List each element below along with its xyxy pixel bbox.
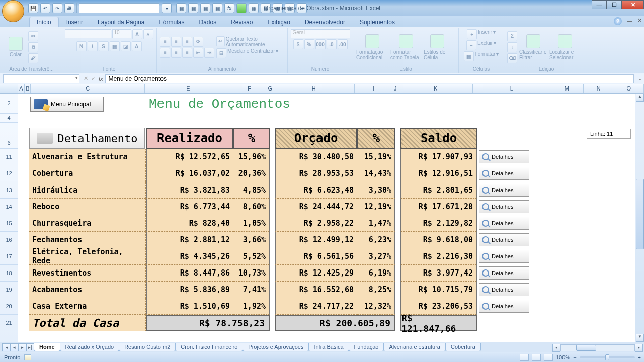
col-header[interactable]: C	[31, 84, 145, 93]
number-format-combo[interactable]: Geral	[291, 29, 350, 38]
close-button[interactable]: ✕	[622, 0, 644, 9]
inc-dec-icon[interactable]: .0	[327, 39, 337, 49]
underline-button[interactable]: S	[99, 41, 109, 51]
row-header[interactable]: 14	[0, 199, 18, 215]
tab-desenvolvedor[interactable]: Desenvolvedor	[298, 17, 352, 27]
tab-layout[interactable]: Layout da Página	[91, 17, 151, 27]
zoom-out-icon[interactable]: −	[573, 354, 576, 360]
align-right-icon[interactable]: ≡	[182, 48, 192, 58]
minimize-window-icon[interactable]: —	[627, 18, 632, 24]
sort-filter-button[interactable]: Classificar e Filtrar	[519, 34, 547, 60]
row-header[interactable]: 16	[0, 232, 18, 248]
col-header[interactable]: G	[267, 84, 273, 93]
comma-icon[interactable]: 000	[315, 39, 326, 49]
merge-center-button[interactable]: ⊟Mesclar e Centralizar ▾	[216, 48, 284, 58]
qat-dropdown-icon[interactable]: ▾	[162, 3, 172, 13]
orientation-icon[interactable]: ⟳	[193, 37, 203, 47]
menu-principal-button[interactable]: Menu Principal	[30, 97, 104, 112]
scroll-down-icon[interactable]: ▼	[636, 334, 644, 342]
qat-print-icon[interactable]: 🖶	[64, 3, 74, 13]
scroll-thumb[interactable]	[636, 179, 644, 249]
col-header[interactable]: K	[398, 84, 473, 93]
scroll-right-icon[interactable]: ▸	[635, 344, 643, 352]
format-cells-button[interactable]: ▦Formatar ▾	[464, 51, 499, 61]
row-header[interactable]: 18	[0, 265, 18, 282]
qat-icon[interactable]: ▦	[176, 3, 186, 13]
vertical-scrollbar[interactable]: ▲ ▼	[635, 94, 644, 342]
col-header[interactable]: I	[355, 84, 392, 93]
row-header[interactable]: 15	[0, 215, 18, 232]
normal-view-icon[interactable]	[520, 354, 529, 361]
indent-inc-icon[interactable]: ⇥	[204, 48, 214, 58]
tab-suplementos[interactable]: Suplementos	[353, 17, 402, 27]
align-bottom-icon[interactable]: ≡	[182, 37, 192, 47]
tab-exibicao[interactable]: Exibição	[261, 17, 297, 27]
row-header[interactable]: 6	[0, 123, 18, 149]
sheet-tab[interactable]: Home	[34, 343, 60, 351]
cut-icon[interactable]: ✂	[28, 31, 38, 41]
tab-first-icon[interactable]: |◂	[2, 343, 10, 351]
align-top-icon[interactable]: ≡	[160, 37, 170, 47]
qat-icon[interactable]: ▦	[200, 3, 210, 13]
paste-button[interactable]: Colar	[5, 37, 26, 57]
macro-record-icon[interactable]	[24, 354, 31, 360]
worksheet-grid[interactable]: 2 4 6 11 12 13 14 15 16 17 18 19 20 21 M…	[0, 94, 635, 342]
detalhes-button[interactable]: Detalhes	[479, 300, 529, 313]
tab-prev-icon[interactable]: ◂	[10, 343, 18, 351]
detalhes-button[interactable]: Detalhes	[479, 167, 529, 180]
italic-button[interactable]: I	[88, 41, 98, 51]
dec-dec-icon[interactable]: .00	[338, 39, 348, 49]
sheet-tab[interactable]: Cobertura	[445, 343, 481, 351]
qat-fx-icon[interactable]: fx	[224, 3, 234, 13]
qat-icon[interactable]: ▦	[188, 3, 198, 13]
row-header[interactable]: 17	[0, 248, 18, 265]
sheet-tab[interactable]: Fundação	[349, 343, 384, 351]
scroll-left-icon[interactable]: ◂	[552, 344, 560, 352]
row-header[interactable]: 11	[0, 149, 18, 165]
row-header[interactable]: 4	[0, 114, 18, 123]
expand-formula-bar-icon[interactable]: ⌄	[637, 76, 644, 81]
row-header[interactable]: 21	[0, 315, 18, 331]
grow-font-icon[interactable]: A	[132, 29, 142, 39]
zoom-in-icon[interactable]: +	[638, 354, 641, 360]
shrink-font-icon[interactable]: A	[143, 29, 153, 39]
col-header[interactable]: M	[550, 84, 583, 93]
help-icon[interactable]: ?	[614, 17, 622, 25]
wrap-text-button[interactable]: ↩Quebrar Texto Automaticamente	[216, 36, 284, 47]
bold-button[interactable]: N	[76, 41, 87, 51]
detalhes-button[interactable]: Detalhes	[479, 250, 529, 263]
qat-icon[interactable]: ▦	[249, 3, 259, 13]
qat-redo-icon[interactable]: ↷	[52, 3, 62, 13]
qat-save-icon[interactable]: 💾	[28, 3, 38, 13]
qat-undo-icon[interactable]: ↶	[40, 3, 50, 13]
sheet-tab[interactable]: Alvenaria e estrutura	[383, 343, 446, 351]
tab-inserir[interactable]: Inserir	[59, 17, 90, 27]
row-header[interactable]: 20	[0, 298, 18, 315]
row-header[interactable]: 2	[0, 94, 18, 114]
qat-combo[interactable]	[79, 3, 159, 13]
col-header[interactable]: J	[392, 84, 398, 93]
detalhes-button[interactable]: Detalhes	[479, 150, 529, 163]
tab-revisao[interactable]: Revisão	[224, 17, 260, 27]
find-select-button[interactable]: Localizar e Selecionar	[549, 34, 581, 60]
zoom-slider[interactable]	[580, 356, 635, 358]
indent-dec-icon[interactable]: ⇤	[193, 48, 203, 58]
detalhes-button[interactable]: Detalhes	[479, 184, 529, 197]
detalhes-button[interactable]: Detalhes	[479, 200, 529, 213]
col-header[interactable]: F	[231, 84, 267, 93]
detalhes-button[interactable]: Detalhes	[479, 233, 529, 246]
col-header[interactable]: E	[145, 84, 231, 93]
qat-icon[interactable]	[236, 3, 247, 13]
tab-formulas[interactable]: Fórmulas	[152, 17, 191, 27]
qat-icon[interactable]: ▦	[212, 3, 222, 13]
align-middle-icon[interactable]: ≡	[171, 37, 181, 47]
row-header[interactable]: 19	[0, 282, 18, 298]
detalhes-button[interactable]: Detalhes	[479, 217, 529, 230]
tab-last-icon[interactable]: ▸|	[26, 343, 34, 351]
format-painter-icon[interactable]: 🖌	[28, 53, 38, 63]
formula-input[interactable]: Menu de Orçamentos	[105, 74, 634, 83]
insert-cells-button[interactable]: +Inserir ▾	[467, 29, 496, 39]
page-break-view-icon[interactable]	[544, 354, 553, 361]
fx-icon[interactable]: fx	[99, 76, 103, 82]
col-header[interactable]: A	[18, 84, 25, 93]
